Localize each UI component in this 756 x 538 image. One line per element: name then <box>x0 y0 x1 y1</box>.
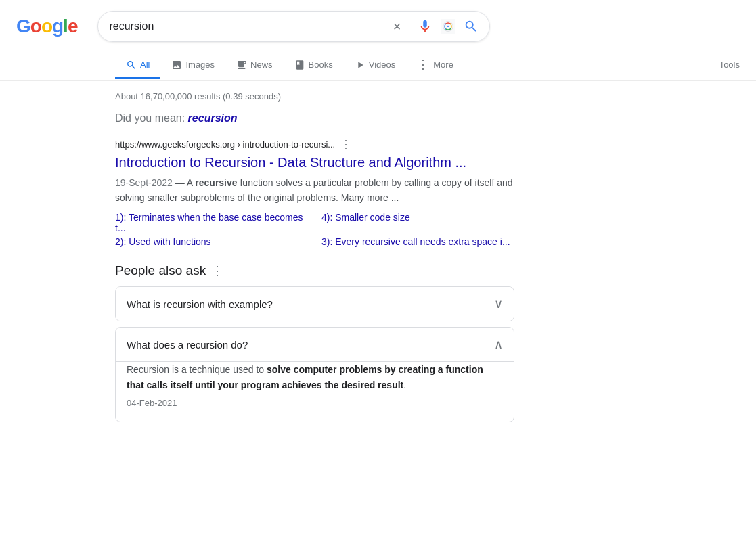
sub-item-2[interactable]: 2): Used with functions <box>115 236 308 247</box>
search-bar: × <box>97 11 490 42</box>
paa-question-1-text: What is recursion with example? <box>127 298 273 310</box>
logo-e: e <box>68 16 78 37</box>
result-snippet-text: — A recursive function solves a particul… <box>115 177 513 203</box>
paa-chevron-1: ∨ <box>494 296 503 311</box>
nav-item-videos-label: Videos <box>369 60 396 70</box>
search-input[interactable] <box>109 20 386 32</box>
search-divider <box>409 18 409 35</box>
result-url-row: https://www.geeksforgeeks.org › introduc… <box>115 138 514 151</box>
result-options-icon[interactable]: ⋮ <box>340 138 351 151</box>
logo-o1: o <box>30 16 41 37</box>
sub-item-1[interactable]: 1): Terminates when the base case become… <box>115 212 308 233</box>
more-dots-icon: ⋮ <box>417 57 430 72</box>
clear-icon[interactable]: × <box>393 20 401 33</box>
nav-item-more[interactable]: ⋮ More <box>406 50 464 81</box>
paa-answer-date-2: 04-Feb-2021 <box>127 397 503 411</box>
nav-item-all[interactable]: All <box>115 51 160 79</box>
videos-icon <box>355 58 365 70</box>
logo-g: G <box>16 16 30 37</box>
nav-item-news[interactable]: News <box>225 51 284 79</box>
logo-l: l <box>63 16 68 37</box>
nav-item-images[interactable]: Images <box>160 51 225 79</box>
results-wrapper: About 16,70,00,000 results (0.39 seconds… <box>0 81 514 422</box>
paa-item-2: What does a recursion do? ∧ Recursion is… <box>115 327 514 422</box>
paa-answer-text-2: Recursion is a technique used to solve c… <box>127 362 503 393</box>
nav-item-news-label: News <box>250 60 273 70</box>
paa-question-2[interactable]: What does a recursion do? ∧ <box>116 328 514 361</box>
sub-item-3[interactable]: 3): Every recursive call needs extra spa… <box>321 236 514 247</box>
paa-header: People also ask ⋮ <box>115 263 514 278</box>
paa-item-1: What is recursion with example? ∨ <box>115 286 514 321</box>
tools-button[interactable]: Tools <box>709 53 756 79</box>
search-icons: × <box>393 18 479 35</box>
nav-item-videos[interactable]: Videos <box>344 51 407 79</box>
search-result-item: https://www.geeksforgeeks.org › introduc… <box>115 138 514 247</box>
result-date: 19-Sept-2022 <box>115 177 173 188</box>
logo-o2: o <box>41 16 52 37</box>
result-url: https://www.geeksforgeeks.org › introduc… <box>115 139 335 150</box>
did-you-mean-link[interactable]: recursion <box>188 112 238 124</box>
result-sub-items: 1): Terminates when the base case become… <box>115 212 514 247</box>
lens-icon[interactable] <box>441 19 455 34</box>
paa-chevron-2: ∧ <box>494 337 503 352</box>
nav-item-books-label: Books <box>309 60 333 70</box>
result-title-link[interactable]: Introduction to Recursion - Data Structu… <box>115 154 514 171</box>
news-icon <box>236 58 247 70</box>
books-icon <box>294 58 305 70</box>
paa-answer-2: Recursion is a technique used to solve c… <box>116 361 514 422</box>
nav-item-all-label: All <box>140 60 150 70</box>
images-icon <box>171 58 182 70</box>
people-also-ask-section: People also ask ⋮ What is recursion with… <box>115 263 514 422</box>
did-you-mean: Did you mean: recursion <box>115 112 514 125</box>
header: Google × <box>0 0 756 42</box>
result-snippet: 19-Sept-2022 — A recursive function solv… <box>115 175 514 205</box>
paa-question-1[interactable]: What is recursion with example? ∨ <box>116 287 514 321</box>
did-you-mean-prefix: Did you mean: <box>115 112 188 124</box>
results-count: About 16,70,00,000 results (0.39 seconds… <box>115 91 514 102</box>
paa-title: People also ask <box>115 263 206 278</box>
search-button-icon[interactable] <box>464 19 479 34</box>
nav-item-images-label: Images <box>185 60 215 70</box>
nav-item-more-label: More <box>433 60 453 70</box>
paa-question-2-text: What does a recursion do? <box>127 339 248 351</box>
svg-point-2 <box>447 26 449 27</box>
nav-item-books[interactable]: Books <box>284 51 344 79</box>
sub-item-4[interactable]: 4): Smaller code size <box>321 212 514 233</box>
nav-bar: All Images News Books Videos ⋮ More Tool… <box>0 45 756 81</box>
all-icon <box>126 58 137 70</box>
mic-icon[interactable] <box>418 19 432 34</box>
logo-g2: g <box>52 16 63 37</box>
google-logo: Google <box>16 16 77 37</box>
paa-options-icon[interactable]: ⋮ <box>211 263 223 278</box>
